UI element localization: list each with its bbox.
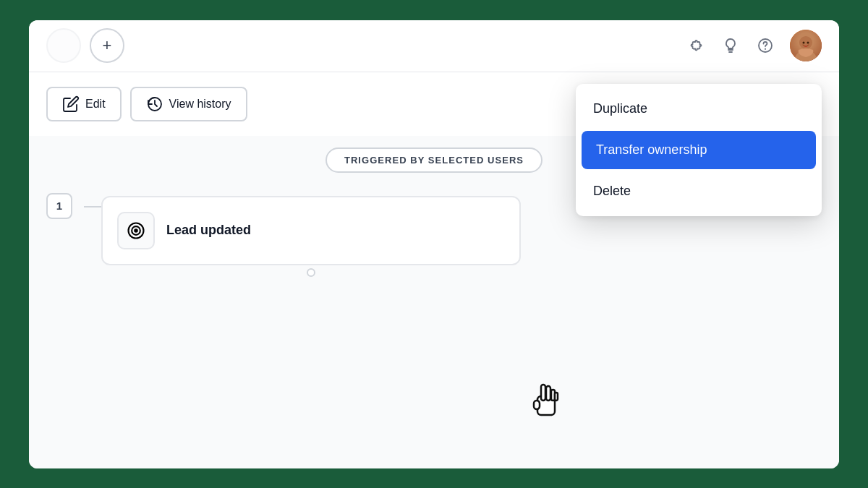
- help-icon[interactable]: [755, 35, 775, 56]
- svg-point-5: [807, 42, 809, 44]
- avatar[interactable]: [790, 30, 822, 61]
- duplicate-label: Duplicate: [593, 101, 647, 116]
- dropdown-item-transfer-ownership[interactable]: Transfer ownership: [582, 131, 816, 169]
- header: +: [29, 20, 839, 72]
- trigger-badge-label: TRIGGERED BY SELECTED USERS: [344, 155, 524, 166]
- lightbulb-icon[interactable]: [720, 35, 741, 56]
- step-title: Lead updated: [166, 223, 251, 238]
- transfer-ownership-label: Transfer ownership: [596, 142, 707, 157]
- edit-icon: [62, 95, 80, 113]
- svg-point-3: [799, 36, 812, 49]
- step-number: 1: [46, 193, 72, 219]
- add-button[interactable]: +: [90, 28, 124, 63]
- history-icon: [146, 95, 163, 113]
- dropdown-item-duplicate[interactable]: Duplicate: [576, 90, 822, 128]
- back-button-ghost: [46, 28, 81, 63]
- step-icon-box: [117, 212, 155, 249]
- view-history-label: View history: [169, 98, 231, 111]
- edit-button[interactable]: Edit: [46, 87, 122, 121]
- header-left: +: [46, 28, 124, 63]
- connector-dot: [307, 268, 315, 277]
- dropdown-menu: Duplicate Transfer ownership Delete: [576, 84, 822, 216]
- plus-icon: +: [103, 36, 112, 55]
- svg-point-9: [135, 229, 137, 232]
- svg-point-4: [803, 42, 805, 44]
- puzzle-icon[interactable]: [686, 35, 706, 56]
- trigger-badge: TRIGGERED BY SELECTED USERS: [326, 147, 542, 173]
- header-right: [686, 30, 822, 61]
- step-card[interactable]: Lead updated: [101, 196, 521, 265]
- view-history-button[interactable]: View history: [130, 87, 247, 121]
- target-icon: [126, 221, 146, 241]
- edit-label: Edit: [85, 98, 106, 111]
- dropdown-item-delete[interactable]: Delete: [576, 172, 822, 210]
- avatar-image: [790, 30, 822, 61]
- delete-label: Delete: [593, 184, 631, 198]
- step-content: Lead updated: [101, 190, 521, 277]
- app-container: +: [29, 20, 839, 468]
